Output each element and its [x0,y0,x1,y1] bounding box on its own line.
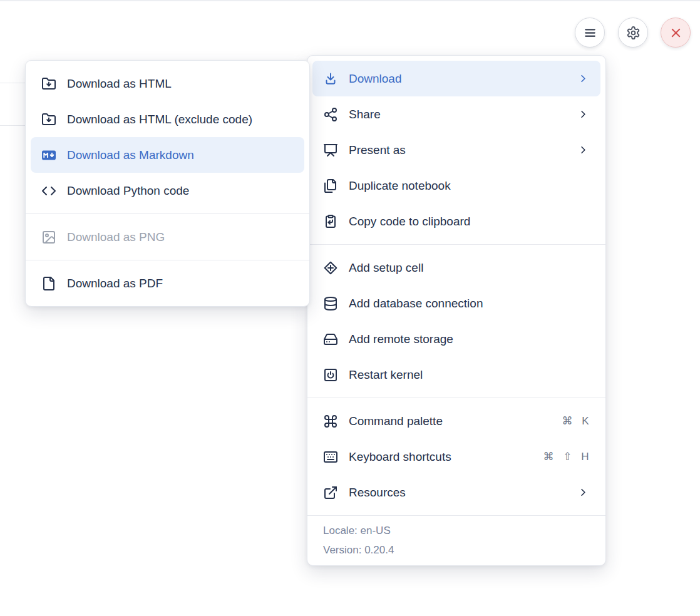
folder-down-icon [41,112,56,127]
menu-item-label: Add remote storage [349,332,589,346]
menu-item-restart-kernel[interactable]: Restart kernel [307,357,605,393]
image-icon [41,230,56,245]
menu-item-add-remote-storage[interactable]: Add remote storage [307,321,605,357]
share-icon [323,107,338,122]
folder-down-icon [41,76,56,91]
menu-item-download-python-code[interactable]: Download Python code [26,173,309,208]
menu-item-resources[interactable]: Resources [307,475,605,510]
menu-item-label: Download as PNG [67,230,293,244]
menu-item-label: Add database connection [349,297,589,311]
menu-item-present-as[interactable]: Present as [307,132,605,168]
menu-item-label: Download as HTML (exclude code) [67,113,293,126]
menu-item-label: Download [349,72,567,86]
menu-section: Download as PDF [26,260,309,306]
menu-section: Add setup cellAdd database connectionAdd… [307,244,605,398]
chevron-right-icon [577,486,589,498]
menu-item-add-setup-cell[interactable]: Add setup cell [307,250,605,285]
gear-icon [626,26,641,40]
app-background: Download as HTMLDownload as HTML (exclud… [0,0,700,616]
hard-drive-icon [323,332,338,347]
menu-footer: Locale: en-US Version: 0.20.4 [307,515,605,565]
command-icon [323,414,338,429]
menu-item-download[interactable]: Download [312,61,600,96]
menu-section: DownloadSharePresent asDuplicate noteboo… [307,56,605,244]
menu-item-duplicate-notebook[interactable]: Duplicate notebook [307,168,605,203]
menu-item-label: Present as [349,143,567,157]
menu-item-label: Keyboard shortcuts [349,450,533,464]
menu-item-label: Download as PDF [67,277,293,290]
version-text: Version: 0.20.4 [323,543,590,557]
menu-item-label: Download Python code [67,184,293,198]
presentation-icon [323,143,338,158]
database-icon [323,296,338,311]
keyboard-shortcut-hint: ⌘ K [562,414,589,428]
background-rule-top [0,83,26,83]
close-icon [669,26,683,40]
menu-section: Download as HTMLDownload as HTML (exclud… [26,61,309,213]
keyboard-icon [323,449,338,465]
menu-item-download-as-markdown[interactable]: Download as Markdown [31,137,304,173]
menu-item-label: Resources [349,486,567,500]
notebook-menu-button[interactable] [575,18,605,48]
menu-item-share[interactable]: Share [307,96,605,132]
chevron-right-icon [577,108,589,120]
chevron-right-icon [577,144,589,156]
menu-item-copy-code-to-clipboard[interactable]: Copy code to clipboard [307,203,605,239]
notebook-actions-menu: DownloadSharePresent asDuplicate noteboo… [307,55,606,566]
code-icon [41,183,56,198]
menu-item-keyboard-shortcuts[interactable]: Keyboard shortcuts⌘ ⇧ H [307,439,605,475]
menu-section: Download as PNG [26,213,309,260]
menu-item-label: Copy code to clipboard [349,215,589,228]
markdown-badge-icon [41,148,56,163]
menu-item-label: Download as Markdown [67,148,293,162]
menu-item-add-database-connection[interactable]: Add database connection [307,285,605,321]
background-rule-bottom [0,125,26,126]
file-icon [41,276,56,291]
menu-item-label: Command palette [349,414,551,428]
locale-text: Locale: en-US [323,524,590,538]
chevron-right-icon [577,73,589,85]
external-link-icon [323,485,338,500]
clipboard-copy-icon [323,214,338,229]
menu-item-label: Duplicate notebook [349,179,589,193]
menu-section: Command palette⌘ KKeyboard shortcuts⌘ ⇧ … [307,398,605,515]
square-power-icon [323,367,338,382]
hamburger-icon [583,26,597,40]
menu-item-label: Download as HTML [67,77,293,91]
download-icon [323,71,338,86]
settings-button[interactable] [618,18,648,48]
menu-item-label: Add setup cell [349,261,589,275]
top-border [0,0,700,1]
shutdown-button[interactable] [661,18,691,48]
menu-item-label: Restart kernel [349,368,589,382]
menu-item-download-as-png: Download as PNG [26,219,309,255]
keyboard-shortcut-hint: ⌘ ⇧ H [543,450,589,463]
menu-item-command-palette[interactable]: Command palette⌘ K [307,403,605,439]
menu-item-label: Share [349,108,567,121]
menu-item-download-as-html[interactable]: Download as HTML [26,66,309,101]
download-submenu: Download as HTMLDownload as HTML (exclud… [25,60,310,307]
diamond-plus-icon [323,260,338,275]
download-submenu-body: Download as HTMLDownload as HTML (exclud… [26,61,309,306]
files-icon [323,178,338,193]
menu-item-download-as-pdf[interactable]: Download as PDF [26,265,309,301]
menu-item-download-as-html-exclude-code[interactable]: Download as HTML (exclude code) [26,101,309,137]
notebook-actions-menu-body: DownloadSharePresent asDuplicate noteboo… [307,56,605,515]
